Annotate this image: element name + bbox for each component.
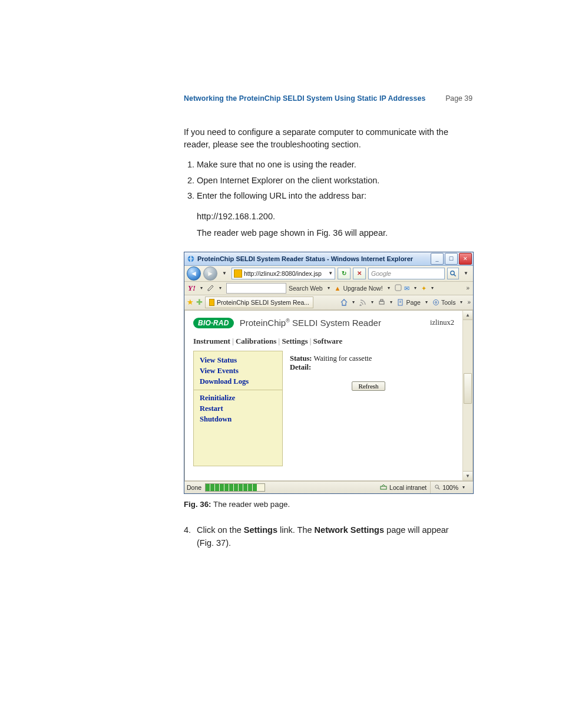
sidebar-download-logs[interactable]: Download Logs xyxy=(200,377,276,386)
sidebar-shutdown[interactable]: Shutdown xyxy=(200,415,276,424)
svg-rect-3 xyxy=(395,285,401,291)
vertical-scrollbar[interactable]: ▲ ▼ xyxy=(462,310,473,481)
minimize-button[interactable]: _ xyxy=(431,253,444,265)
scroll-thumb[interactable] xyxy=(464,373,472,404)
step-4-e: (Fig. 37). xyxy=(197,538,231,548)
step-1: Make sure that no one is using the reade… xyxy=(197,158,472,171)
close-button[interactable]: ✕ xyxy=(459,253,472,265)
progress-bar xyxy=(205,483,265,492)
step-2: Open Internet Explorer on the client wor… xyxy=(197,174,472,187)
add-favorite-icon[interactable]: ✚ xyxy=(196,298,203,307)
page-menu-dd[interactable]: ▾ xyxy=(423,299,430,305)
svg-point-9 xyxy=(433,299,438,305)
tab-favicon xyxy=(209,299,214,306)
mail-menu[interactable]: ▾ xyxy=(412,285,419,291)
biorad-logo: BIO·RAD xyxy=(193,318,234,328)
home-menu[interactable]: ▾ xyxy=(350,299,357,305)
commandbar-overflow[interactable]: » xyxy=(467,299,471,305)
running-header-page: Page 39 xyxy=(445,94,472,103)
browser-tab[interactable]: ProteinChip SELDI System Rea... xyxy=(205,297,313,308)
maximize-button[interactable]: ☐ xyxy=(445,253,458,265)
yahoo-menu[interactable]: ▾ xyxy=(198,285,205,291)
yahoo-icon2-menu[interactable]: ▾ xyxy=(429,285,436,291)
print-menu[interactable]: ▾ xyxy=(388,299,395,305)
reader-nav: Instrument | Calibrations | Settings | S… xyxy=(185,334,462,351)
figure-caption: Fig. 36: The reader web page. xyxy=(184,500,472,509)
sidebar-view-status[interactable]: View Status xyxy=(200,356,276,365)
pencil-icon[interactable] xyxy=(207,284,214,292)
stop-button[interactable]: ✕ xyxy=(353,268,366,279)
svg-line-2 xyxy=(454,274,456,276)
svg-point-1 xyxy=(451,271,454,275)
scroll-down-button[interactable]: ▼ xyxy=(463,471,472,480)
reader-sidebar: View Status View Events Download Logs Re… xyxy=(193,351,283,466)
yahoo-icon-1[interactable] xyxy=(395,284,402,292)
sidebar-view-events[interactable]: View Events xyxy=(200,367,276,375)
go-refresh-button[interactable]: ↻ xyxy=(338,268,351,279)
yahoo-upgrade-menu[interactable]: ▾ xyxy=(385,285,392,291)
reader-hostname: izlinux2 xyxy=(430,318,454,327)
page-menu-label: Page xyxy=(406,299,421,306)
sidebar-restart[interactable]: Restart xyxy=(200,404,276,413)
status-text: Done xyxy=(187,484,201,491)
tools-menu-dd[interactable]: ▾ xyxy=(458,299,465,305)
intro-paragraph: If you need to configure a separate comp… xyxy=(184,126,472,151)
favorites-icon[interactable]: ★ xyxy=(187,298,194,307)
zoom-control[interactable]: 100% ▾ xyxy=(430,482,471,493)
warning-icon: ▲ xyxy=(335,285,341,292)
scroll-up-button[interactable]: ▲ xyxy=(463,311,472,320)
nav-calibrations[interactable]: Calibrations xyxy=(236,337,276,345)
zoom-dropdown[interactable]: ▾ xyxy=(460,485,467,490)
nav-settings[interactable]: Settings xyxy=(282,337,308,345)
ie-icon xyxy=(187,255,195,263)
back-button[interactable]: ◄ xyxy=(187,266,201,281)
search-button[interactable] xyxy=(447,268,459,279)
yahoo-upgrade[interactable]: Upgrade Now! xyxy=(343,285,382,292)
tools-menu[interactable]: Tools xyxy=(432,299,456,306)
search-provider-dropdown[interactable]: ▼ xyxy=(461,271,471,276)
print-button[interactable] xyxy=(378,299,385,306)
security-zone: Local intranet xyxy=(389,484,427,491)
search-box[interactable]: Google xyxy=(368,268,445,279)
step-4-number: 4. xyxy=(184,524,197,537)
pencil-menu[interactable]: ▾ xyxy=(217,285,224,291)
window-title: ProteinChip SELDI System Reader Status -… xyxy=(197,255,431,262)
yahoo-search-input[interactable] xyxy=(226,283,286,294)
svg-rect-11 xyxy=(381,486,386,489)
address-bar[interactable]: http://izlinux2:8080/index.jsp ▼ xyxy=(232,268,335,279)
yahoo-searchweb-menu[interactable]: ▾ xyxy=(325,285,332,291)
forward-button[interactable]: ► xyxy=(203,266,217,281)
yahoo-overflow[interactable]: » xyxy=(466,285,470,291)
yahoo-toolbar-logo[interactable]: Y! xyxy=(188,284,196,293)
nav-history-dropdown[interactable]: ▼ xyxy=(220,271,229,276)
sidebar-reinitialize[interactable]: Reinitialize xyxy=(200,394,276,403)
page-favicon xyxy=(234,269,242,278)
nav-software[interactable]: Software xyxy=(313,337,343,345)
svg-rect-4 xyxy=(379,301,384,304)
step-3-url: http://192.168.1.200. xyxy=(197,210,472,223)
refresh-button[interactable]: Refresh xyxy=(352,381,385,391)
step-4-c: link. The xyxy=(277,525,315,535)
scroll-track[interactable] xyxy=(463,320,472,471)
detail-label: Detail: xyxy=(290,363,311,371)
step-3-result: The reader web page shown in Fig. 36 wil… xyxy=(197,227,472,240)
titlebar[interactable]: ProteinChip SELDI System Reader Status -… xyxy=(184,252,473,266)
step-4-bold2: Network Settings xyxy=(315,525,384,535)
status-label: Status: xyxy=(290,354,312,363)
svg-line-13 xyxy=(438,488,440,490)
feeds-button[interactable] xyxy=(359,299,366,306)
mail-icon[interactable]: ✉ xyxy=(404,285,409,292)
address-dropdown[interactable]: ▼ xyxy=(326,271,333,276)
yahoo-search-web[interactable]: Search Web xyxy=(289,285,323,292)
tab-title: ProteinChip SELDI System Rea... xyxy=(217,299,309,306)
home-button[interactable] xyxy=(340,299,348,306)
svg-point-10 xyxy=(435,301,437,303)
zoom-level: 100% xyxy=(442,484,458,491)
step-4-d: page will appear xyxy=(384,525,449,535)
page-menu[interactable]: Page xyxy=(397,299,421,306)
reader-title-tail: SELDI System Reader xyxy=(292,318,381,328)
svg-rect-5 xyxy=(381,299,383,301)
nav-instrument[interactable]: Instrument xyxy=(193,337,230,345)
feeds-menu[interactable]: ▾ xyxy=(369,299,376,305)
yahoo-icon-2[interactable]: ✦ xyxy=(421,285,427,292)
